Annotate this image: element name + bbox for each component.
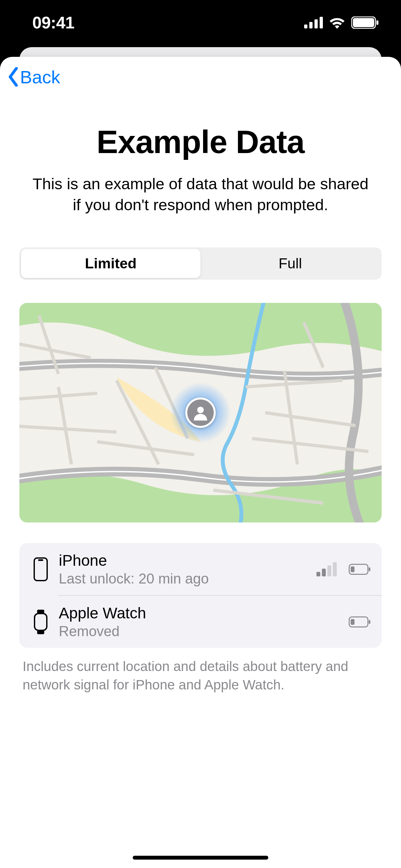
map-user-marker — [185, 398, 216, 428]
device-row-watch[interactable]: Apple Watch Removed — [19, 596, 382, 648]
svg-point-8 — [197, 407, 204, 413]
svg-rect-12 — [322, 569, 326, 577]
svg-rect-1 — [309, 22, 312, 28]
battery-low-icon — [349, 616, 371, 627]
svg-rect-5 — [353, 18, 374, 27]
home-indicator[interactable] — [133, 856, 268, 860]
status-bar: 09:41 — [0, 0, 401, 45]
svg-rect-0 — [304, 25, 307, 28]
back-button[interactable]: Back — [8, 66, 60, 88]
cellular-icon — [304, 17, 323, 28]
footer-description: Includes current location and details ab… — [19, 657, 382, 694]
nav-bar: Back — [0, 57, 401, 92]
svg-rect-9 — [34, 558, 47, 581]
status-time: 09:41 — [32, 13, 74, 32]
svg-rect-20 — [35, 614, 47, 630]
svg-rect-23 — [369, 620, 370, 624]
svg-rect-13 — [328, 565, 331, 577]
applewatch-icon — [28, 609, 54, 635]
svg-rect-16 — [351, 566, 354, 572]
svg-rect-3 — [320, 17, 323, 28]
battery-icon — [351, 17, 378, 29]
page-subtitle: This is an example of data that would be… — [19, 174, 382, 215]
device-list: iPhone Last unlock: 20 min ago Apple Wat… — [19, 543, 382, 648]
device-name: iPhone — [59, 552, 316, 569]
svg-rect-14 — [333, 562, 337, 577]
page-title: Example Data — [19, 123, 382, 160]
device-status: Removed — [59, 623, 349, 640]
segment-full[interactable]: Full — [201, 249, 380, 278]
chevron-left-icon — [8, 67, 19, 87]
svg-rect-10 — [38, 559, 43, 561]
map-preview — [19, 303, 382, 523]
svg-rect-6 — [376, 20, 378, 25]
iphone-icon — [28, 557, 54, 581]
modal-sheet: Back Example Data This is an example of … — [0, 57, 401, 868]
back-label: Back — [20, 66, 60, 88]
segment-limited[interactable]: Limited — [21, 249, 201, 278]
user-avatar-icon — [185, 398, 216, 428]
device-status: Last unlock: 20 min ago — [59, 570, 316, 587]
svg-rect-11 — [316, 572, 320, 577]
svg-rect-22 — [351, 619, 354, 625]
svg-rect-2 — [314, 20, 318, 28]
device-row-iphone[interactable]: iPhone Last unlock: 20 min ago — [19, 543, 382, 595]
wifi-icon — [329, 17, 345, 29]
signal-bars-icon — [316, 562, 337, 577]
battery-low-icon — [349, 564, 371, 575]
segmented-control: Limited Full — [19, 247, 382, 280]
svg-rect-17 — [369, 567, 370, 571]
status-indicators — [304, 17, 378, 29]
device-name: Apple Watch — [59, 604, 349, 622]
